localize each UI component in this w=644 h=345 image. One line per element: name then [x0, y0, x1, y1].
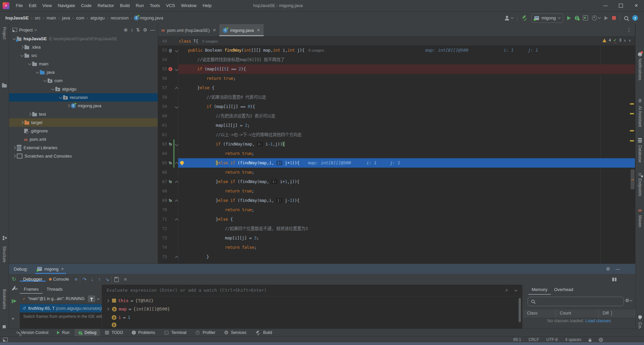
frames-tab-threads[interactable]: Threads	[43, 285, 67, 294]
frames-tab-frames[interactable]: Frames	[20, 285, 43, 294]
menu-view[interactable]: View	[39, 0, 55, 11]
code-line[interactable]: 66return true;	[158, 168, 635, 177]
step-into-icon[interactable]: ↓	[89, 277, 96, 282]
project-tree-item[interactable]: hspJavaSEE:\workplace01\javaSE\hspJavaSE	[9, 35, 158, 43]
code-line[interactable]: 70return true;	[158, 205, 635, 215]
add-watch-icon[interactable]: ＋	[504, 285, 509, 296]
restore-layout-icon[interactable]	[612, 278, 616, 281]
code-line[interactable]: 74return false;	[158, 243, 635, 252]
gear-icon[interactable]: ⚙	[143, 27, 147, 32]
tool-button-run[interactable]: Run	[53, 329, 73, 336]
project-tree-item[interactable]: External Libraries	[9, 143, 158, 152]
gutter-icon-slot[interactable]	[168, 158, 173, 168]
code-line[interactable]: 73map[i][j] = 3;	[158, 233, 635, 243]
hide-panel-icon[interactable]: —	[615, 267, 620, 271]
menu-refactor[interactable]: Refactor	[95, 0, 117, 11]
editor[interactable]: pom.xml (hspJavaSE)✕migong.java✕ ⋮ 44cla…	[158, 24, 635, 264]
code-line[interactable]: 72//如果四个位置都走不通, 就将该位置置为3	[158, 224, 635, 233]
line-number[interactable]: 44	[158, 37, 167, 46]
recursive-call-icon[interactable]	[169, 198, 172, 203]
next-problem-icon[interactable]: ∨	[629, 39, 631, 42]
code-line[interactable]: 56return true;	[158, 74, 635, 83]
line-number[interactable]: 60	[158, 111, 167, 121]
evaluate-expression-icon[interactable]	[114, 277, 119, 282]
memory-settings-button[interactable]: ⚙	[625, 298, 632, 303]
chevron-down-icon[interactable]	[36, 70, 39, 74]
variable-row[interactable]: this = {T@502}	[102, 296, 522, 305]
stack-frame-row[interactable]: ↺ findWay:65, T (com.atguigu.recursion)	[20, 304, 102, 312]
collapse-all-icon[interactable]: ⇅	[136, 27, 140, 32]
tool-button-todo[interactable]: TODO	[101, 329, 126, 336]
fold-end-icon[interactable]	[175, 256, 178, 260]
intention-bulb-icon[interactable]	[180, 161, 184, 164]
status-item-indent[interactable]: 4 spaces	[565, 337, 581, 342]
code-line[interactable]: 58//如果当前位置是0 代表可以走	[158, 93, 635, 102]
debug-session-tab[interactable]: migong ✕	[35, 264, 66, 274]
resume-program-icon[interactable]	[12, 299, 13, 303]
chevron-down-icon[interactable]	[51, 87, 55, 91]
structure-tool-icon[interactable]	[3, 236, 4, 238]
memory-search-input[interactable]	[528, 297, 624, 306]
project-tool-icon[interactable]	[2, 84, 7, 88]
rerun-icon[interactable]: ↻	[12, 277, 16, 282]
code-line[interactable]: 71}else {	[158, 215, 635, 224]
project-tree-item[interactable]: target	[9, 118, 158, 127]
menu-navigate[interactable]: Navigate	[55, 0, 78, 11]
line-number[interactable]: 72	[158, 224, 167, 233]
inspections-widget[interactable]: 4 ✔ 3 ∧ ∨	[602, 38, 631, 43]
thread-selector[interactable]: ✓ "main"@1 in g...ain": RUNNING	[20, 294, 102, 304]
chevron-down-icon[interactable]	[59, 96, 62, 99]
tool-button-endpoints[interactable]: Endpoints	[636, 173, 644, 196]
line-number[interactable]: 54	[158, 55, 167, 64]
menu-edit[interactable]: Edit	[26, 0, 39, 11]
collaboration-button[interactable]	[504, 16, 513, 20]
line-number[interactable]: 75	[158, 252, 167, 262]
profiler-button[interactable]	[592, 15, 600, 20]
breadcrumb-item[interactable]: atguigu	[90, 15, 105, 20]
minimize-button[interactable]: —	[598, 0, 613, 11]
breadcrumb-item[interactable]: java	[61, 15, 71, 20]
line-number[interactable]: 74	[158, 243, 167, 252]
maximize-button[interactable]	[613, 0, 629, 11]
menu-run[interactable]: Run	[133, 0, 147, 11]
recursive-call-icon[interactable]	[169, 180, 172, 184]
tool-button-services[interactable]: Services	[220, 329, 250, 336]
line-number[interactable]: 58	[158, 93, 167, 102]
stripe-warning-mark[interactable]	[630, 103, 634, 105]
code-line[interactable]: 54//设定最终找到坐标是map[6][5] 就不再找了	[158, 55, 635, 64]
gutter-icon-slot[interactable]	[168, 64, 173, 74]
chevron-right-icon[interactable]	[28, 113, 32, 116]
menu-file[interactable]: File	[13, 0, 26, 11]
breadcrumb-item[interactable]: src	[34, 15, 41, 20]
tool-button-maven[interactable]: Maven	[636, 208, 644, 227]
code-line[interactable]: 62//以上->右->下->左的策略往其他四个方向走	[158, 130, 635, 139]
tool-button-database[interactable]: Database	[636, 138, 644, 162]
tool-button-project[interactable]: Project	[2, 27, 7, 39]
debugger-tab-debugger[interactable]: Debugger	[20, 277, 46, 282]
chevron-right-icon[interactable]	[67, 104, 70, 108]
step-over-icon[interactable]: ↷	[80, 277, 89, 282]
close-button[interactable]: ✕	[629, 0, 644, 11]
gutter-icon-slot[interactable]	[168, 196, 173, 205]
project-tree-item[interactable]: .idea	[9, 43, 158, 51]
tool-button-structure[interactable]: Structure	[2, 246, 7, 263]
expand-all-icon[interactable]: ↕	[131, 27, 133, 32]
run-button[interactable]	[567, 16, 571, 20]
tool-button-ai-assistant[interactable]: AI Assistant	[636, 97, 644, 127]
breadcrumb-item[interactable]: com	[75, 15, 85, 20]
line-number[interactable]: 63	[158, 139, 167, 149]
code-line[interactable]: 75}	[158, 252, 635, 262]
project-panel-header[interactable]: Project ⊕ ↕ ⇅ ⚙ —	[9, 24, 158, 36]
usages-annotation[interactable]: 2 usages	[202, 39, 218, 43]
chevron-down-icon[interactable]	[13, 37, 16, 40]
recursive-call-icon[interactable]	[169, 161, 172, 165]
stripe-warning-mark[interactable]	[630, 113, 634, 114]
fold-start-icon[interactable]	[175, 49, 178, 52]
gutter-icon-slot[interactable]	[168, 177, 173, 186]
tool-button-debug[interactable]: Debug	[74, 329, 100, 336]
variable-row[interactable]: i = 1	[102, 313, 522, 322]
close-icon[interactable]: ✕	[257, 28, 260, 33]
line-number[interactable]: 71	[158, 215, 167, 224]
memory-column-count[interactable]: Count	[556, 309, 598, 318]
fold-end-icon[interactable]	[175, 162, 178, 166]
